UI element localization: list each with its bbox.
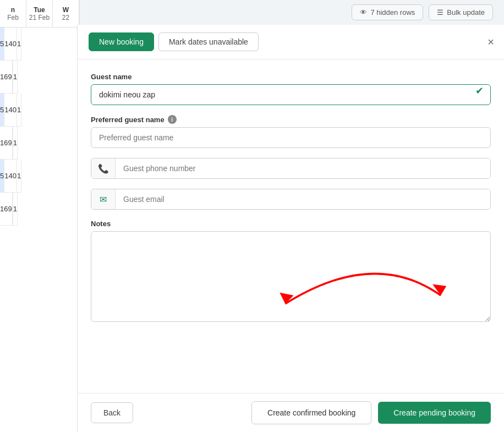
- valid-checkmark: ✔: [475, 85, 484, 97]
- cal-row-4: 169 1: [0, 127, 79, 160]
- calendar-background: n Feb Tue 21 Feb W 22 5 140 1 169 1 5 14…: [0, 0, 80, 432]
- hidden-rows-label: 7 hidden rows: [370, 8, 415, 17]
- email-input[interactable]: [116, 189, 490, 209]
- cal-row-2: 169 1: [0, 61, 79, 94]
- preferred-guest-name-label: Preferred guest name i: [91, 115, 491, 124]
- cal-cell-4-1: 169: [0, 127, 13, 160]
- cal-cell-5-1: 5: [0, 160, 4, 193]
- cal-cell-1-2: 140: [4, 28, 17, 61]
- cal-cell-3-2: 140: [4, 94, 17, 127]
- guest-name-group: Guest name ✔: [91, 73, 491, 105]
- preferred-guest-name-group: Preferred guest name i: [91, 115, 491, 148]
- email-icon-wrapper: ✉: [91, 189, 116, 209]
- bulk-update-label: Bulk update: [447, 8, 485, 17]
- email-group: ✉: [91, 189, 491, 210]
- cal-cell-2-3: 1: [13, 61, 18, 94]
- cal-row-6: 169 1: [0, 193, 79, 226]
- tab-mark-dates[interactable]: Mark dates unavailable: [158, 32, 259, 51]
- cal-row-1: 5 140 1: [0, 28, 79, 61]
- phone-icon-wrapper: 📞: [91, 158, 116, 178]
- cal-cell-1-3: 1: [17, 28, 21, 61]
- panel-body: Guest name ✔ Preferred guest name i 📞: [78, 59, 504, 393]
- close-button[interactable]: ×: [487, 36, 494, 47]
- cal-cell-3-1: 5: [0, 94, 4, 127]
- notes-textarea[interactable]: [91, 231, 491, 322]
- hidden-rows-button[interactable]: 👁 7 hidden rows: [352, 4, 423, 20]
- cal-row-5: 5 140 1: [0, 160, 79, 193]
- cal-cell-4-3: 1: [13, 127, 18, 160]
- email-icon: ✉: [100, 194, 107, 205]
- back-button[interactable]: Back: [91, 402, 133, 423]
- cal-cell-5-3: 1: [17, 160, 21, 193]
- top-bar: 👁 7 hidden rows ☰ Bulk update: [0, 0, 504, 25]
- panel-footer: Back Create confirmed booking Create pen…: [78, 393, 504, 432]
- phone-group: 📞: [91, 158, 491, 179]
- tab-new-booking[interactable]: New booking: [89, 32, 154, 51]
- notes-group: Notes: [91, 220, 491, 324]
- notes-label: Notes: [91, 220, 491, 228]
- eye-icon: 👁: [360, 8, 367, 17]
- preferred-guest-name-input[interactable]: [91, 127, 491, 148]
- create-confirmed-button[interactable]: Create confirmed booking: [251, 401, 371, 424]
- booking-panel: New booking Mark dates unavailable × Gue…: [77, 25, 504, 432]
- cal-cell-5-2: 140: [4, 160, 17, 193]
- panel-header: New booking Mark dates unavailable ×: [78, 25, 504, 59]
- phone-input[interactable]: [116, 158, 490, 178]
- cal-cell-3-3: 1: [17, 94, 21, 127]
- cal-cell-2-1: 169: [0, 61, 13, 94]
- cal-cell-1-1: 5: [0, 28, 4, 61]
- cal-row-3: 5 140 1: [0, 94, 79, 127]
- create-pending-button[interactable]: Create pending booking: [378, 402, 491, 424]
- guest-name-input[interactable]: [91, 85, 490, 105]
- phone-icon: 📞: [98, 163, 109, 174]
- list-icon: ☰: [437, 8, 443, 17]
- phone-input-wrapper: 📞: [91, 158, 491, 179]
- bulk-update-button[interactable]: ☰ Bulk update: [429, 4, 493, 20]
- email-input-wrapper: ✉: [91, 189, 491, 210]
- cal-cell-6-1: 169: [0, 193, 13, 226]
- info-icon: i: [168, 115, 177, 124]
- cal-cell-6-3: 1: [13, 193, 18, 226]
- guest-name-label: Guest name: [91, 73, 491, 81]
